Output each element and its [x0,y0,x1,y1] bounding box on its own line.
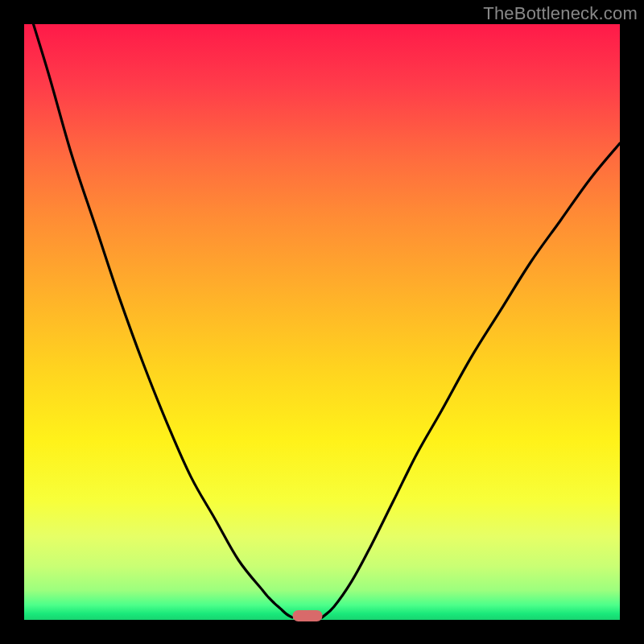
watermark-text: TheBottleneck.com [483,3,638,24]
chart-frame: TheBottleneck.com [0,0,644,644]
curve-right [322,143,620,617]
curve-svg [24,24,620,620]
curve-left [24,24,292,617]
plot-area [24,24,620,620]
bottleneck-marker [292,610,322,621]
